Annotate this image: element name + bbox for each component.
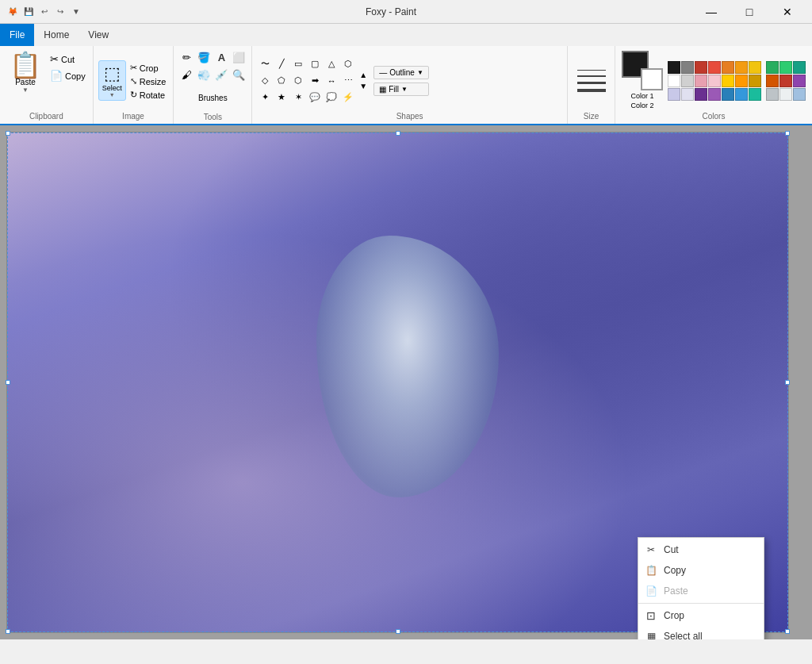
swatch-black[interactable] xyxy=(668,61,680,74)
swatch-dark-red[interactable] xyxy=(695,61,707,74)
resize-button[interactable]: ⤡ Resize xyxy=(128,75,169,87)
expand-icon[interactable]: ▼ xyxy=(70,6,82,18)
ctx-cut[interactable]: ✂ Cut xyxy=(638,539,764,560)
swatch-dark-blue[interactable] xyxy=(722,88,734,101)
canvas[interactable]: ✂ Cut 📋 Copy 📄 Paste ⊡ Crop ▦ xyxy=(7,132,788,632)
shape-rectangle[interactable]: ▭ xyxy=(290,56,306,72)
swatch-dark-teal[interactable] xyxy=(793,61,806,74)
color2-box[interactable] xyxy=(641,68,663,90)
swatch-bright-yellow[interactable] xyxy=(722,75,734,87)
handle-top-right[interactable] xyxy=(785,131,790,136)
swatch-light-gray[interactable] xyxy=(681,75,694,87)
ctx-crop[interactable]: ⊡ Crop xyxy=(638,605,764,626)
swatch-sky[interactable] xyxy=(793,88,806,101)
crop-button[interactable]: ✂ Crop xyxy=(128,62,169,74)
shape-diamond[interactable]: ◇ xyxy=(257,73,273,89)
redo-icon[interactable]: ↪ xyxy=(54,6,67,18)
menubar: File Home View xyxy=(0,24,812,46)
shape-bubble[interactable]: 💬 xyxy=(307,90,323,106)
save-icon[interactable]: 💾 xyxy=(22,6,35,18)
fill-button[interactable]: ▦ Fill ▼ xyxy=(373,83,429,96)
ctx-crop-label: Crop xyxy=(664,610,684,621)
canvas-area[interactable]: ✂ Cut 📋 Copy 📄 Paste ⊡ Crop ▦ xyxy=(0,125,812,639)
shape-lightning[interactable]: ⚡ xyxy=(340,90,356,106)
menu-item-home[interactable]: Home xyxy=(34,24,79,46)
brushes-button[interactable]: Brushes xyxy=(189,83,236,113)
paste-button[interactable]: 📋 Paste ▼ xyxy=(5,49,46,112)
handle-mid-left[interactable] xyxy=(6,380,10,385)
ctx-copy[interactable]: 📋 Copy xyxy=(638,560,764,581)
fill-tool[interactable]: 🪣 xyxy=(196,49,212,65)
minimize-button[interactable]: — xyxy=(693,0,730,24)
outline-label: Outline xyxy=(389,68,415,77)
ctx-select-all-label: Select all xyxy=(664,631,703,639)
shape-arrow-right[interactable]: ➡ xyxy=(307,73,323,89)
shape-more[interactable]: ⋯ xyxy=(340,73,356,89)
shapes-grid-top: 〜 ╱ ▭ ▢ △ ⬡ xyxy=(257,56,356,72)
swatch-amber[interactable] xyxy=(735,75,748,87)
handle-top-left[interactable] xyxy=(6,131,10,136)
swatch-light-green[interactable] xyxy=(779,61,792,74)
text-tool[interactable]: A xyxy=(213,49,229,65)
shape-star5[interactable]: ★ xyxy=(274,90,289,106)
close-button[interactable]: ✕ xyxy=(769,0,806,24)
rotate-button[interactable]: ↻ Rotate xyxy=(128,89,169,101)
handle-top-mid[interactable] xyxy=(396,131,400,136)
cut-button[interactable]: ✂ Cut xyxy=(48,52,88,66)
shape-rounded-rect[interactable]: ▢ xyxy=(307,56,323,72)
swatch-pink[interactable] xyxy=(695,75,707,87)
shape-star4[interactable]: ✦ xyxy=(257,90,273,106)
tools-grid: ✏ 🪣 A ⬜ 🖌 💨 💉 🔍 xyxy=(178,49,247,83)
shape-arrow-dbl[interactable]: ↔ xyxy=(324,73,339,89)
shape-scroll[interactable]: ⬡ xyxy=(340,56,356,72)
swatch-blue[interactable] xyxy=(735,88,748,101)
swatch-white[interactable] xyxy=(668,75,680,87)
maximize-button[interactable]: □ xyxy=(731,0,768,24)
copy-button[interactable]: 📄 Copy xyxy=(48,69,88,83)
pencil-tool[interactable]: ✏ xyxy=(178,49,194,65)
swatch-yellow[interactable] xyxy=(749,61,761,74)
shape-triangle[interactable]: △ xyxy=(324,56,339,72)
shape-line[interactable]: ╱ xyxy=(274,56,289,72)
swatch-gold[interactable] xyxy=(749,75,761,87)
menu-item-view[interactable]: View xyxy=(79,24,118,46)
handle-bot-mid[interactable] xyxy=(396,629,400,634)
eraser-tool[interactable]: ⬜ xyxy=(231,49,247,65)
shape-star6[interactable]: ✶ xyxy=(290,90,306,106)
shape-hexagon[interactable]: ⬡ xyxy=(290,73,306,89)
swatch-crimson[interactable] xyxy=(779,75,792,87)
magnifier-tool[interactable]: 🔍 xyxy=(231,67,247,83)
swatch-dark-purple[interactable] xyxy=(793,75,806,87)
swatch-dark-orange[interactable] xyxy=(722,61,734,74)
swatch-light-lavender[interactable] xyxy=(681,88,694,101)
swatch-teal[interactable] xyxy=(749,88,761,101)
swatch-purple[interactable] xyxy=(695,88,707,101)
undo-icon[interactable]: ↩ xyxy=(38,6,51,18)
shape-curve[interactable]: 〜 xyxy=(257,56,273,72)
eyedropper-tool[interactable]: 💉 xyxy=(213,67,229,83)
swatch-burnt-orange[interactable] xyxy=(766,75,779,87)
swatch-orange[interactable] xyxy=(735,61,748,74)
swatch-silver[interactable] xyxy=(766,88,779,101)
handle-mid-right[interactable] xyxy=(785,380,790,385)
swatch-lavender[interactable] xyxy=(668,88,680,101)
swatch-gray[interactable] xyxy=(681,61,694,74)
shape-pentagon[interactable]: ⬠ xyxy=(274,73,289,89)
swatch-light-pink[interactable] xyxy=(708,75,721,87)
brush-tool[interactable]: 🖌 xyxy=(178,67,194,83)
shapes-scroll-up[interactable]: ▲ xyxy=(359,71,367,79)
shape-callout[interactable]: 💭 xyxy=(324,90,339,106)
handle-bot-left[interactable] xyxy=(6,629,10,634)
shapes-scroll-down[interactable]: ▼ xyxy=(359,82,367,90)
menu-item-file[interactable]: File xyxy=(0,24,34,46)
ctx-select-all[interactable]: ▦ Select all xyxy=(638,626,764,639)
airbrush-tool[interactable]: 💨 xyxy=(196,67,212,83)
swatch-red[interactable] xyxy=(708,61,721,74)
select-button[interactable]: ⬚ Select ▼ xyxy=(98,60,126,101)
outline-button[interactable]: — Outline ▼ xyxy=(373,66,429,79)
swatch-cloud[interactable] xyxy=(779,88,792,101)
swatch-green[interactable] xyxy=(766,61,779,74)
swatch-violet[interactable] xyxy=(708,88,721,101)
image-group: ⬚ Select ▼ ✂ Crop ⤡ Resize ↻ Rotate Imag xyxy=(94,46,174,124)
handle-bot-right[interactable] xyxy=(785,629,790,634)
